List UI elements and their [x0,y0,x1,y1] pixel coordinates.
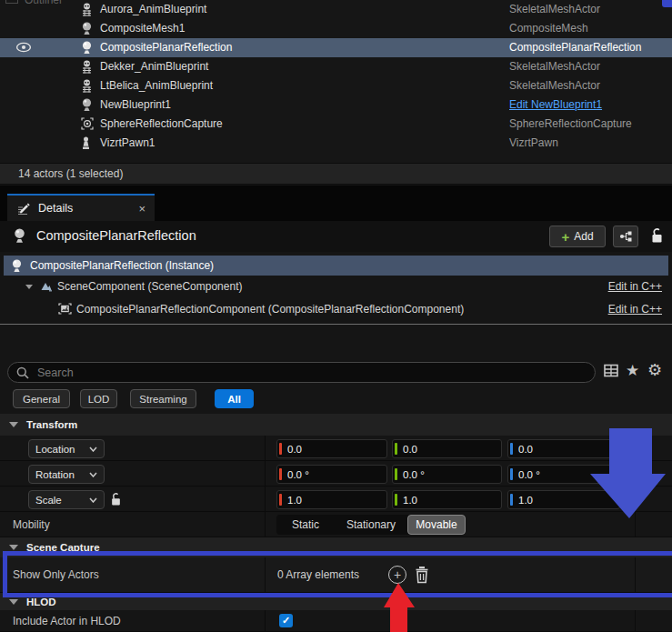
mobility-static-option[interactable]: Static [276,515,335,535]
scale-lock-open-icon[interactable] [110,492,122,507]
actor-label[interactable]: SphereReflectionCapture [100,117,223,130]
outliner-row[interactable]: NewBlueprint1 Edit NewBlueprint1 [0,95,672,115]
actor-type: CompositePlanarReflection [509,41,641,54]
actor-label[interactable]: CompositePlanarReflection [100,41,232,54]
details-filter-row: General LOD Streaming All [0,385,672,414]
outliner-row[interactable]: CompositeMesh1 CompositeMesh [0,19,672,38]
filter-all-button[interactable]: All [215,389,254,408]
component-row-selected[interactable]: CompositePlanarReflection (Instance) [4,256,668,276]
collapse-triangle-icon [9,599,18,605]
favorites-star-icon[interactable]: ★ [626,363,639,378]
section-header-scene-capture[interactable]: Scene Capture [0,537,672,557]
outliner-row[interactable]: LtBelica_AnimBlueprint SkeletalMeshActor [0,76,672,95]
edit-blueprint-link[interactable]: Edit NewBlueprint1 [509,98,602,111]
property-row-show-only-actors: Show Only Actors 0 Array elements + [0,557,672,593]
close-icon[interactable]: × [138,202,145,216]
add-component-button[interactable]: + Add [549,226,606,247]
section-header-hlod[interactable]: HLOD [0,593,672,610]
node-graph-icon [618,230,633,243]
edit-in-cpp-link[interactable]: Edit in C++ [608,303,662,316]
rotation-y-field[interactable]: 0.0 ° [392,465,502,484]
display-filter-grid-icon[interactable] [604,364,618,377]
component-row[interactable]: CompositePlanarReflectionComponent (Comp… [0,300,672,320]
property-row-mobility: Mobility Static Stationary Movable [0,512,672,537]
scene-component-icon [40,280,53,293]
rotation-x-field[interactable]: 0.0 ° [276,465,387,484]
lock-open-icon[interactable] [650,227,664,244]
property-row-location: Location 0.0 0.0 0.0 [0,436,672,461]
details-header: CompositePlanarReflection + Add [0,221,672,252]
scale-y-field[interactable]: 1.0 [392,490,502,509]
show-only-actors-label: Show Only Actors [13,568,99,581]
search-placeholder: Search [37,366,74,379]
search-input[interactable]: Search [7,362,596,383]
chevron-down-icon [89,497,97,503]
outliner-row[interactable]: Dekker_AnimBlueprint SkeletalMeshActor [0,57,672,76]
actor-label[interactable]: CompositeMesh1 [100,22,185,35]
mobility-segmented-control: Static Stationary Movable [276,515,466,535]
include-hlod-checkbox[interactable]: ✓ [279,614,293,627]
expander-triangle-icon[interactable] [25,285,33,289]
composite-mesh-icon [81,98,95,112]
location-dropdown[interactable]: Location [28,439,105,458]
filter-general-button[interactable]: General [13,389,70,408]
filter-streaming-button[interactable]: Streaming [130,389,196,408]
actor-label[interactable]: LtBelica_AnimBlueprint [100,79,213,92]
mobility-stationary-option[interactable]: Stationary [335,515,407,535]
outliner-status-bar: 14 actors (1 selected) [0,163,672,185]
mobility-label: Mobility [13,518,50,531]
filter-lod-button[interactable]: LOD [80,389,117,408]
actor-type: SkeletalMeshActor [509,3,600,15]
actor-label[interactable]: Dekker_AnimBlueprint [100,60,208,73]
settings-gear-icon[interactable]: ⚙ [647,362,662,378]
location-y-field[interactable]: 0.0 [392,439,502,458]
rotation-dropdown[interactable]: Rotation [28,465,105,484]
actor-type: SphereReflectionCapture [509,117,632,130]
chevron-down-icon [89,446,97,452]
details-tab-icon [16,201,31,216]
selected-actor-title: CompositePlanarReflection [36,228,196,243]
skeletal-mesh-icon [81,79,95,93]
plus-icon: + [561,230,569,244]
section-title: Transform [26,419,77,430]
delete-array-elements-button[interactable] [415,566,429,584]
array-elements-count: 0 Array elements [277,568,359,581]
add-array-element-button[interactable]: + [388,566,406,584]
component-row[interactable]: SceneComponent (SceneComponent) Edit in … [0,277,672,297]
outliner-row[interactable]: SphereReflectionCapture SphereReflection… [0,115,672,134]
property-row-rotation: Rotation 0.0 ° 0.0 ° 0.0 ° [0,461,672,487]
component-label: CompositePlanarReflection (Instance) [30,259,214,272]
actor-type: VizrtPawn [509,136,558,149]
mobility-movable-option[interactable]: Movable [407,515,466,535]
outliner-row-selected[interactable]: CompositePlanarReflection CompositePlana… [0,38,672,57]
edit-in-cpp-link[interactable]: Edit in C++ [608,280,662,293]
actor-label[interactable]: NewBlueprint1 [100,98,171,111]
location-z-field[interactable]: 0.0 [507,439,620,458]
visibility-eye-icon[interactable] [15,42,32,53]
component-label: SceneComponent (SceneComponent) [57,280,242,293]
tab-details[interactable]: Details × [7,194,155,221]
section-title: HLOD [26,597,56,607]
unreal-editor-details-view: Outliner Aurora_AnimBlueprint SkeletalMe… [0,0,672,632]
composite-mesh-icon [81,41,95,55]
scale-z-field[interactable]: 1.0 [507,490,620,509]
rotation-z-field[interactable]: 0.0 ° [507,465,620,484]
component-label: CompositePlanarReflectionComponent (Comp… [76,303,464,316]
add-button-label: Add [574,230,593,243]
outliner-row[interactable]: Aurora_AnimBlueprint SkeletalMeshActor [0,0,672,19]
collapse-triangle-icon [9,545,18,550]
include-hlod-label: Include Actor in HLOD [13,615,121,627]
scale-x-field[interactable]: 1.0 [276,490,387,509]
composite-mesh-icon [11,259,23,273]
blueprint-graph-button[interactable] [613,226,638,247]
location-x-field[interactable]: 0.0 [276,439,387,458]
skeletal-mesh-icon [81,60,95,74]
actor-label[interactable]: VizrtPawn1 [100,136,155,149]
property-row-include-hlod: Include Actor in HLOD ✓ [0,610,672,632]
section-header-transform[interactable]: Transform [0,414,672,436]
actor-label[interactable]: Aurora_AnimBlueprint [100,3,206,15]
search-icon [16,366,29,379]
panel-divider [0,324,672,325]
scale-dropdown[interactable]: Scale [28,490,105,509]
outliner-row[interactable]: VizrtPawn1 VizrtPawn [0,134,672,153]
